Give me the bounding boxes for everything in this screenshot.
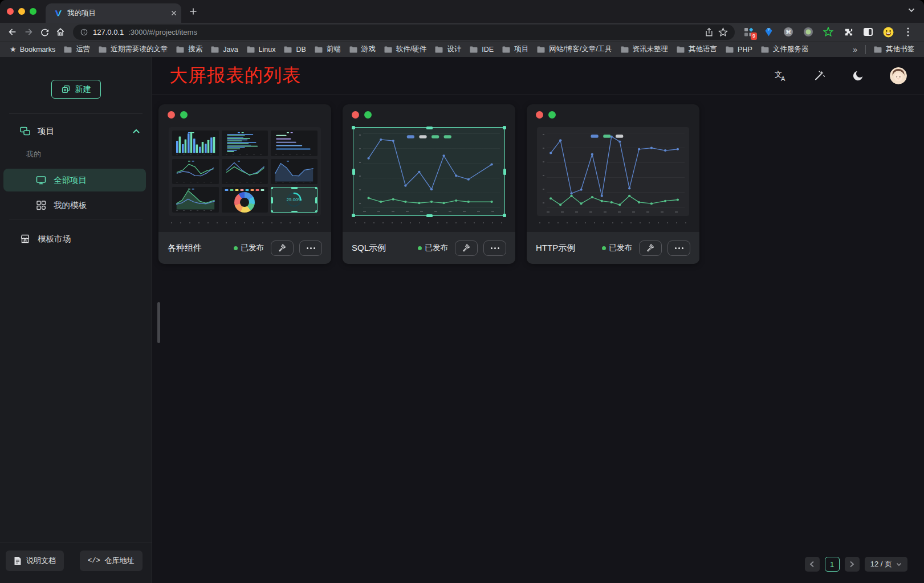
hammer-icon (278, 243, 287, 252)
bookmark-folder[interactable]: 设计 (430, 43, 465, 56)
docs-button[interactable]: 说明文档 (6, 551, 64, 571)
project-card-list: 25.00% 各种组件 已发布 (152, 95, 924, 264)
user-avatar[interactable] (890, 67, 907, 84)
mini-donut-chart (222, 187, 268, 213)
bookmark-folder-label: PHP (738, 46, 752, 54)
extension-badge: 9 (751, 32, 757, 40)
project-card[interactable]: 25.00% 各种组件 已发布 (158, 104, 331, 264)
home-button[interactable] (52, 25, 68, 39)
main-content: 大屏报表的列表 文A (152, 57, 924, 583)
extension-emoji-icon[interactable] (882, 26, 894, 38)
edit-project-button[interactable] (639, 240, 662, 256)
browser-tab[interactable]: 我的项目 (46, 3, 181, 23)
tab-search-chevron-icon[interactable] (908, 8, 915, 13)
other-bookmarks-folder[interactable]: 其他书签 (869, 43, 918, 56)
pagination: 1 12 / 页 (805, 557, 907, 572)
new-project-button[interactable]: 新建 (51, 80, 101, 99)
page-title: 大屏报表的列表 (169, 63, 301, 88)
project-card[interactable]: SQL示例 已发布 (343, 104, 515, 264)
window-close-button[interactable] (7, 8, 14, 15)
bookmarks-overflow-chevron[interactable]: » (848, 45, 862, 54)
bookmark-folder[interactable]: 资讯未整理 (616, 43, 673, 56)
folder-icon (98, 46, 107, 54)
bookmark-folder[interactable]: DB (279, 43, 310, 56)
magic-wand-icon[interactable] (812, 69, 826, 83)
chart-x-axis (363, 211, 500, 212)
reload-button[interactable] (36, 25, 52, 39)
tab-close-icon[interactable] (171, 10, 177, 16)
bookmark-folder[interactable]: 近期需要读的文章 (94, 43, 172, 56)
sidebar-section-label: 我的 (0, 145, 152, 166)
dark-mode-moon-icon[interactable] (851, 69, 865, 83)
status-badge: 已发布 (418, 243, 449, 253)
browser-menu-icon[interactable] (902, 26, 914, 38)
sidebar-group-projects[interactable]: 项目 (0, 114, 152, 145)
extension-grid-icon[interactable]: 9 (743, 26, 754, 38)
bookmark-folder[interactable]: PHP (721, 43, 756, 56)
bookmark-folder[interactable]: Linux (242, 43, 280, 56)
sidebar-item-template-market[interactable]: 模板市场 (3, 227, 146, 250)
current-page-button[interactable]: 1 (825, 557, 840, 572)
page-header: 大屏报表的列表 文A (152, 57, 924, 95)
forward-button[interactable] (21, 25, 36, 39)
window-zoom-button[interactable] (30, 8, 36, 15)
more-actions-button[interactable] (667, 240, 690, 256)
bookmark-folder[interactable]: Java (206, 43, 242, 56)
bookmark-folder[interactable]: 软件/硬件 (380, 43, 430, 56)
card-red-dot (536, 111, 543, 119)
extension-command-icon[interactable]: ⌘ (783, 26, 794, 38)
bookmark-folder[interactable]: 网站/博客/文章/工具 (532, 43, 616, 56)
scrollbar-thumb[interactable] (157, 302, 160, 343)
chevron-down-icon (896, 562, 902, 566)
other-bookmarks-label: 其他书签 (886, 44, 914, 54)
extension-darkmode-icon[interactable] (862, 26, 874, 38)
language-translate-icon[interactable]: 文A (774, 69, 787, 83)
extensions-row: 9 ⌘ (743, 26, 914, 38)
extension-gem-icon[interactable] (763, 26, 774, 38)
bookmark-folder[interactable]: 文件服务器 (756, 43, 813, 56)
folder-icon (176, 46, 185, 54)
edit-project-button[interactable] (455, 240, 478, 256)
extension-record-icon[interactable] (803, 26, 814, 38)
status-dot (602, 246, 606, 250)
mini-line-chart (222, 159, 268, 185)
card-green-dot (364, 111, 372, 119)
project-name: SQL示例 (352, 243, 412, 254)
bookmark-folder[interactable]: 游戏 (345, 43, 380, 56)
next-page-button[interactable] (845, 557, 860, 572)
sidebar-divider (9, 219, 143, 219)
more-icon (307, 247, 308, 249)
bookmark-folder[interactable]: IDE (465, 43, 498, 56)
more-actions-button[interactable] (483, 240, 506, 256)
bookmarks-manager-item[interactable]: ★ Bookmarks (6, 43, 59, 56)
svg-text:⌘: ⌘ (785, 29, 791, 35)
bookmark-folder-label: IDE (482, 46, 494, 54)
edit-project-button[interactable] (271, 240, 294, 256)
bookmark-folder[interactable]: 搜索 (172, 43, 206, 56)
previous-page-button[interactable] (805, 557, 820, 572)
project-card[interactable]: HTTP示例 已发布 (527, 104, 699, 264)
bookmark-folder[interactable]: 前端 (310, 43, 345, 56)
share-icon[interactable] (705, 27, 714, 37)
more-actions-button[interactable] (299, 240, 322, 256)
back-button[interactable] (5, 25, 21, 39)
repo-button[interactable]: </> 仓库地址 (80, 551, 143, 571)
extensions-puzzle-icon[interactable] (842, 26, 854, 38)
bookmark-folder[interactable]: 运营 (59, 43, 94, 56)
card-dotted-separator (171, 222, 319, 223)
sidebar-item-all-projects[interactable]: 全部项目 (3, 169, 146, 191)
url-path: :3000/#/project/items (128, 28, 197, 36)
chart-x-axis (547, 211, 685, 213)
extension-star-icon[interactable] (823, 26, 834, 38)
address-bar[interactable]: 127.0.0.1:3000/#/project/items (73, 25, 735, 40)
page-info-icon[interactable] (80, 28, 88, 36)
page-size-select[interactable]: 12 / 页 (865, 557, 907, 572)
new-tab-button[interactable] (189, 7, 197, 15)
bookmark-star-icon[interactable] (718, 27, 728, 37)
copy-plus-icon (61, 84, 71, 94)
bookmark-folder[interactable]: 其他语言 (672, 43, 721, 56)
sidebar-item-my-templates[interactable]: 我的模板 (3, 194, 146, 217)
status-badge: 已发布 (234, 243, 264, 253)
bookmark-folder[interactable]: 项目 (498, 43, 532, 56)
window-minimize-button[interactable] (18, 8, 25, 15)
